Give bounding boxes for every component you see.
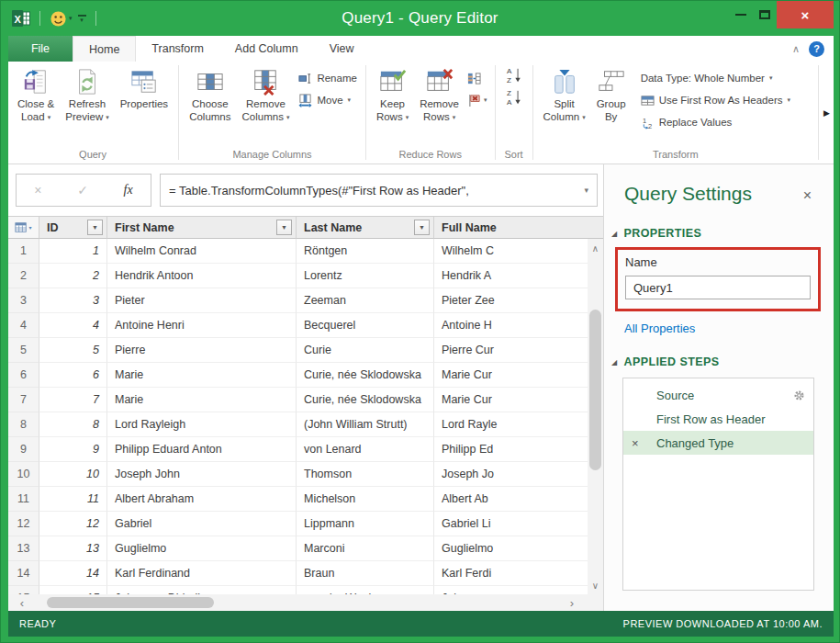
- remove-errors-button[interactable]: ▾: [465, 90, 490, 110]
- cell-full-name[interactable]: Guglielmo: [434, 536, 603, 561]
- fx-icon[interactable]: fx: [124, 183, 133, 197]
- applied-step[interactable]: × Source: [623, 383, 813, 407]
- cell-first-name[interactable]: Wilhelm Conrad: [107, 239, 297, 264]
- cell-id[interactable]: 2: [39, 264, 107, 288]
- formula-expand-arrow-icon[interactable]: ▾: [576, 186, 597, 195]
- row-number[interactable]: 13: [8, 536, 39, 561]
- cell-id[interactable]: 9: [39, 437, 107, 462]
- formula-cancel-icon[interactable]: ×: [34, 183, 41, 197]
- cell-last-name[interactable]: Zeeman: [297, 288, 434, 313]
- query-name-input[interactable]: [625, 276, 811, 299]
- cell-first-name[interactable]: Marie: [107, 363, 297, 388]
- scroll-left-icon[interactable]: ‹: [12, 594, 32, 611]
- cell-first-name[interactable]: Albert Abraham: [107, 487, 297, 512]
- use-first-row-as-headers-button[interactable]: Use First Row As Headers ▾: [637, 90, 794, 110]
- cell-full-name[interactable]: Philipp Ed: [434, 437, 603, 462]
- cell-last-name[interactable]: Marconi: [297, 536, 434, 561]
- cell-last-name[interactable]: Becquerel: [297, 313, 434, 338]
- formula-input[interactable]: [161, 184, 576, 197]
- filter-button[interactable]: ▼: [87, 220, 103, 235]
- rename-button[interactable]: Rename: [295, 68, 360, 88]
- smiley-feedback-button[interactable]: ▾: [50, 10, 73, 28]
- row-number[interactable]: 12: [8, 512, 39, 536]
- remove-columns-button[interactable]: Remove Columns▾: [237, 64, 296, 124]
- maximize-button[interactable]: [753, 1, 777, 28]
- remove-duplicates-button[interactable]: [465, 68, 490, 88]
- cell-last-name[interactable]: von Lenard: [297, 437, 434, 462]
- cell-first-name[interactable]: Guglielmo: [107, 536, 297, 561]
- filter-button[interactable]: ▼: [414, 220, 430, 235]
- select-all-corner-button[interactable]: ▾: [8, 217, 39, 239]
- keep-rows-button[interactable]: Keep Rows▾: [371, 64, 414, 124]
- cell-last-name[interactable]: Curie, née Sklodowska: [297, 388, 434, 412]
- cell-full-name[interactable]: Karl Ferdi: [434, 561, 603, 586]
- remove-rows-button[interactable]: Remove Rows▾: [414, 64, 465, 124]
- help-button[interactable]: ?: [809, 41, 824, 57]
- row-number[interactable]: 9: [8, 437, 39, 462]
- cell-id[interactable]: 5: [39, 338, 107, 363]
- row-number[interactable]: 6: [8, 363, 39, 388]
- cell-last-name[interactable]: Braun: [297, 561, 434, 586]
- cell-full-name[interactable]: Albert Ab: [434, 487, 603, 512]
- cell-first-name[interactable]: Pierre: [107, 338, 297, 363]
- properties-button[interactable]: Properties: [115, 64, 174, 111]
- cell-last-name[interactable]: Röntgen: [297, 239, 434, 264]
- collapse-ribbon-button[interactable]: ∧: [792, 43, 800, 55]
- cell-last-name[interactable]: Lippmann: [297, 512, 434, 536]
- gear-icon[interactable]: [793, 389, 805, 401]
- row-number[interactable]: 4: [8, 313, 39, 338]
- cell-id[interactable]: 1: [39, 239, 107, 264]
- row-number[interactable]: 14: [8, 561, 39, 586]
- tab-view[interactable]: View: [314, 36, 370, 62]
- cell-id[interactable]: 13: [39, 536, 107, 561]
- applied-steps-section-header[interactable]: ◢ APPLIED STEPS: [611, 355, 834, 368]
- row-number[interactable]: 11: [8, 487, 39, 512]
- customize-toolbar-button[interactable]: ▾: [78, 15, 86, 22]
- move-button[interactable]: Move ▾: [295, 90, 360, 110]
- delete-step-icon[interactable]: ×: [632, 436, 639, 450]
- cell-full-name[interactable]: Joseph Jo: [434, 462, 603, 487]
- row-number[interactable]: 3: [8, 288, 39, 313]
- smiley-dropdown-arrow-icon[interactable]: ▾: [69, 15, 73, 22]
- row-number[interactable]: 8: [8, 412, 39, 437]
- cell-id[interactable]: 10: [39, 462, 107, 487]
- tab-add-column[interactable]: Add Column: [219, 36, 314, 62]
- cell-id[interactable]: 3: [39, 288, 107, 313]
- close-button[interactable]: ×: [777, 1, 834, 28]
- column-header-full-name[interactable]: Full Name: [434, 217, 603, 239]
- cell-id[interactable]: 7: [39, 388, 107, 412]
- all-properties-link[interactable]: All Properties: [624, 322, 834, 335]
- data-type-button[interactable]: Data Type: Whole Number ▾: [637, 68, 794, 88]
- applied-step[interactable]: × First Row as Header: [623, 407, 813, 431]
- formula-accept-icon[interactable]: ✓: [77, 183, 88, 197]
- scroll-right-icon[interactable]: ›: [562, 594, 582, 611]
- cell-full-name[interactable]: Marie Cur: [434, 388, 603, 412]
- choose-columns-button[interactable]: Choose Columns: [184, 64, 236, 124]
- row-number[interactable]: 5: [8, 338, 39, 363]
- ribbon-overflow-button[interactable]: ▶: [823, 108, 830, 118]
- refresh-preview-button[interactable]: Refresh Preview▾: [60, 64, 114, 124]
- scroll-down-icon[interactable]: ∨: [588, 578, 603, 592]
- sort-ascending-button[interactable]: A Z: [500, 64, 528, 86]
- cell-full-name[interactable]: Pieter Zee: [434, 288, 603, 313]
- panel-close-icon[interactable]: ×: [803, 188, 812, 203]
- close-and-load-button[interactable]: Close & Load▾: [12, 64, 60, 124]
- cell-last-name[interactable]: Lorentz: [297, 264, 434, 288]
- row-number[interactable]: 7: [8, 388, 39, 412]
- vertical-scrollbar-thumb[interactable]: [589, 310, 601, 469]
- column-header-first-name[interactable]: First Name ▼: [107, 217, 297, 239]
- sort-descending-button[interactable]: Z A: [500, 86, 528, 108]
- applied-step[interactable]: × Changed Type: [623, 431, 813, 455]
- vertical-scrollbar[interactable]: ∧ ∨: [588, 239, 603, 594]
- horizontal-scrollbar-thumb[interactable]: [47, 597, 214, 608]
- group-by-button[interactable]: Group By: [591, 64, 632, 124]
- row-number[interactable]: 1: [8, 239, 39, 264]
- cell-last-name[interactable]: Michelson: [297, 487, 434, 512]
- cell-first-name[interactable]: Gabriel: [107, 512, 297, 536]
- replace-values-button[interactable]: 1 2 Replace Values: [637, 112, 794, 132]
- filter-button[interactable]: ▼: [276, 220, 292, 235]
- cell-first-name[interactable]: Antoine Henri: [107, 313, 297, 338]
- scroll-up-icon[interactable]: ∧: [588, 241, 603, 255]
- cell-last-name[interactable]: (John William Strutt): [297, 412, 434, 437]
- cell-id[interactable]: 8: [39, 412, 107, 437]
